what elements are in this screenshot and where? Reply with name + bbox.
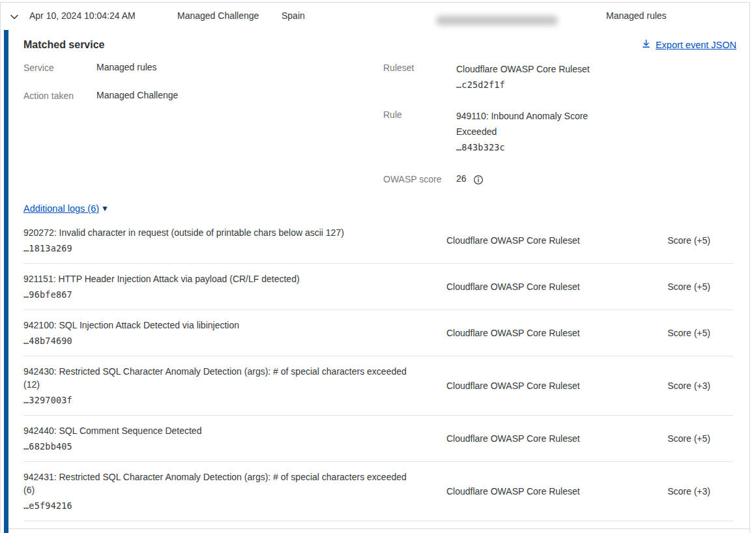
service-label: Service: [23, 61, 96, 74]
log-description: 920272: Invalid character in request (ou…: [23, 226, 414, 239]
event-details-container: Apr 10, 2024 10:04:24 AM Managed Challen…: [0, 2, 750, 533]
log-row: 942431: Restricted SQL Character Anomaly…: [23, 462, 733, 521]
owasp-score-label: OWASP score: [383, 173, 456, 185]
event-timestamp: Apr 10, 2024 10:04:24 AM: [29, 10, 136, 21]
log-score: Score (+5): [609, 433, 733, 444]
log-rule-id: …3297003f: [23, 394, 414, 407]
detail-fields: Service Managed rules Action taken Manag…: [23, 61, 749, 186]
additional-logs-label: Additional logs (6): [23, 203, 99, 214]
event-action: Managed Challenge: [177, 10, 259, 21]
ruleset-id: …c25d2f1f: [456, 77, 613, 93]
log-ruleset: Cloudflare OWASP Core Ruleset: [446, 328, 609, 338]
log-row: 921151: HTTP Header Injection Attack via…: [23, 264, 733, 310]
event-service: Managed rules: [606, 10, 667, 21]
matched-service-panel: Matched service Export event JSON Servic…: [1, 30, 749, 533]
log-description: 942100: SQL Injection Attack Detected vi…: [23, 319, 414, 332]
log-ruleset: Cloudflare OWASP Core Ruleset: [446, 486, 609, 497]
action-taken-value: Managed Challenge: [96, 89, 178, 101]
chevron-down-icon[interactable]: [8, 11, 20, 23]
info-icon[interactable]: [473, 175, 484, 185]
log-score: Score (+3): [609, 486, 733, 497]
log-score: Score (+3): [609, 381, 733, 391]
log-rule-id: …96bfe867: [23, 288, 414, 301]
log-description: 921151: HTTP Header Injection Attack via…: [23, 272, 414, 285]
log-rule-id: …e5f94216: [23, 499, 414, 512]
log-score: Score (+5): [609, 281, 733, 292]
event-country: Spain: [282, 10, 305, 21]
selected-row-accent: [4, 30, 8, 533]
log-ruleset: Cloudflare OWASP Core Ruleset: [446, 433, 609, 444]
download-icon: [641, 38, 651, 51]
log-score: Score (+5): [609, 235, 733, 246]
log-rule-id: …682bb405: [23, 440, 414, 453]
log-ruleset: Cloudflare OWASP Core Ruleset: [446, 281, 609, 292]
log-row: 920272: Invalid character in request (ou…: [23, 218, 733, 264]
log-ruleset: Cloudflare OWASP Core Ruleset: [446, 381, 609, 391]
log-description: 942431: Restricted SQL Character Anomaly…: [23, 470, 414, 497]
log-ruleset: Cloudflare OWASP Core Ruleset: [446, 235, 609, 246]
additional-logs-toggle[interactable]: Additional logs (6) ▼: [23, 203, 109, 214]
caret-down-icon: ▼: [101, 205, 109, 212]
redacted-value: [436, 16, 558, 25]
ruleset-label: Ruleset: [383, 61, 456, 74]
log-row: 942430: Restricted SQL Character Anomaly…: [23, 356, 733, 416]
rule-value: 949110: Inbound Anomaly Score Exceeded: [456, 108, 613, 139]
panel-bottom-divider: [8, 521, 749, 529]
export-event-json-label: Export event JSON: [656, 40, 736, 50]
log-row: 942440: SQL Comment Sequence Detected …6…: [23, 416, 733, 462]
event-row[interactable]: Apr 10, 2024 10:04:24 AM Managed Challen…: [1, 3, 749, 30]
ruleset-value: Cloudflare OWASP Core Ruleset: [456, 61, 613, 77]
panel-title: Matched service: [23, 39, 105, 51]
log-rule-id: …1813a269: [23, 242, 414, 255]
rule-label: Rule: [383, 108, 456, 121]
log-score: Score (+5): [609, 328, 733, 338]
owasp-score-value: 26: [456, 171, 467, 186]
service-value: Managed rules: [96, 61, 157, 73]
export-event-json-link[interactable]: Export event JSON: [641, 38, 736, 51]
action-taken-label: Action taken: [23, 89, 96, 102]
rule-id: …843b323c: [456, 139, 613, 155]
log-rule-id: …48b74690: [23, 334, 414, 347]
log-row: 942100: SQL Injection Attack Detected vi…: [23, 310, 733, 356]
log-description: 942440: SQL Comment Sequence Detected: [23, 424, 414, 437]
log-description: 942430: Restricted SQL Character Anomaly…: [23, 365, 414, 391]
additional-logs-list: 920272: Invalid character in request (ou…: [23, 218, 733, 521]
